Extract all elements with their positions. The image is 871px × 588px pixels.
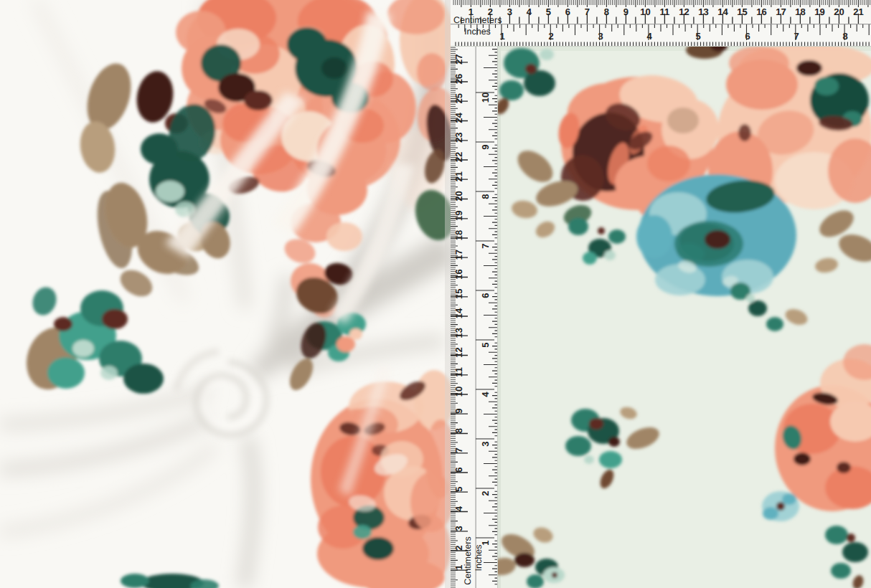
svg-text:9: 9 — [480, 144, 491, 149]
svg-text:15: 15 — [453, 289, 464, 299]
svg-text:18: 18 — [453, 230, 464, 240]
svg-text:2: 2 — [480, 490, 491, 495]
svg-text:8: 8 — [480, 194, 491, 199]
svg-text:3: 3 — [453, 526, 464, 531]
svg-text:Centimeters: Centimeters — [463, 536, 473, 584]
svg-text:5: 5 — [695, 31, 700, 42]
svg-text:22: 22 — [453, 152, 464, 162]
svg-text:14: 14 — [453, 308, 464, 318]
svg-text:4: 4 — [480, 392, 491, 397]
svg-text:7: 7 — [480, 243, 491, 248]
svg-text:23: 23 — [453, 133, 464, 143]
svg-text:3: 3 — [480, 441, 491, 446]
svg-text:6: 6 — [745, 31, 750, 42]
svg-text:6: 6 — [453, 467, 464, 472]
svg-text:3: 3 — [598, 31, 603, 42]
svg-text:24: 24 — [453, 113, 464, 123]
svg-text:6: 6 — [480, 293, 491, 298]
svg-text:10: 10 — [480, 93, 491, 103]
svg-text:13: 13 — [453, 328, 464, 338]
svg-text:7: 7 — [794, 31, 799, 42]
svg-text:26: 26 — [453, 74, 464, 84]
svg-text:12: 12 — [453, 347, 464, 357]
svg-text:25: 25 — [453, 93, 464, 103]
svg-text:Inches: Inches — [474, 545, 484, 572]
svg-text:2: 2 — [548, 31, 553, 42]
svg-text:21: 21 — [453, 171, 464, 181]
svg-text:17: 17 — [453, 250, 464, 260]
svg-text:7: 7 — [453, 447, 464, 452]
svg-text:27: 27 — [453, 54, 464, 65]
svg-text:9: 9 — [453, 409, 464, 414]
svg-text:8: 8 — [842, 31, 847, 42]
svg-text:10: 10 — [453, 387, 464, 397]
svg-text:11: 11 — [453, 367, 464, 377]
svg-text:Centimeters: Centimeters — [453, 15, 502, 25]
svg-text:1: 1 — [480, 540, 491, 545]
svg-text:16: 16 — [453, 269, 464, 279]
svg-text:4: 4 — [646, 31, 652, 42]
svg-text:5: 5 — [453, 487, 464, 492]
svg-text:4: 4 — [453, 506, 464, 511]
svg-text:20: 20 — [453, 191, 464, 201]
svg-text:5: 5 — [480, 342, 491, 347]
svg-text:19: 19 — [453, 211, 464, 221]
svg-text:8: 8 — [453, 428, 464, 433]
svg-text:1: 1 — [499, 31, 504, 42]
